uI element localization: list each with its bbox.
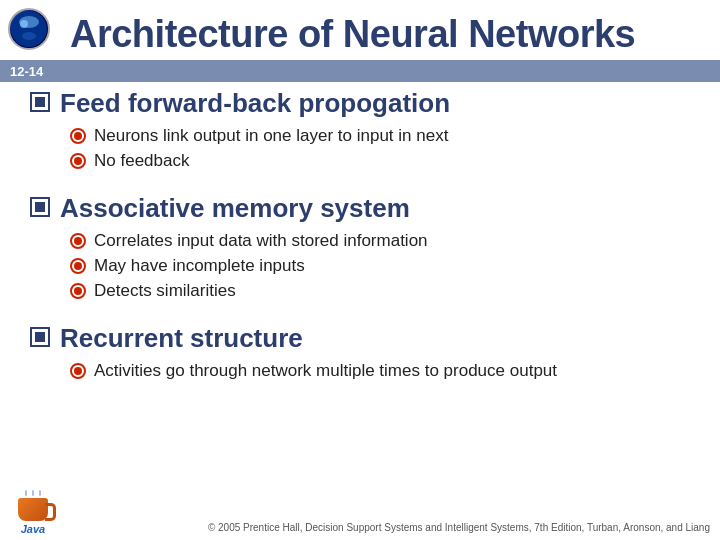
slide-number-bar: 12-14 (0, 60, 720, 82)
sub-item-text: Detects similarities (94, 280, 236, 302)
java-logo: Java (8, 490, 58, 535)
steam-line (39, 490, 41, 496)
sub-bullet-icon (70, 233, 86, 249)
steam-line (25, 490, 27, 496)
list-item: Activities go through network multiple t… (70, 360, 700, 382)
section-content-1: Feed forward-back propogation Neurons li… (60, 88, 700, 175)
sub-list-1: Neurons link output in one layer to inpu… (70, 125, 700, 172)
footer-text: © 2005 Prentice Hall, Decision Support S… (208, 522, 710, 533)
list-item: Detects similarities (70, 280, 700, 302)
list-item: No feedback (70, 150, 700, 172)
sub-bullet-icon (70, 258, 86, 274)
java-label: Java (21, 523, 45, 535)
section-bullet-1 (30, 92, 50, 112)
sub-item-text: May have incomplete inputs (94, 255, 305, 277)
section-heading-1: Feed forward-back propogation (60, 88, 700, 119)
section-content-3: Recurrent structure Activities go throug… (60, 323, 700, 385)
sub-item-text: Correlates input data with stored inform… (94, 230, 428, 252)
list-item: Correlates input data with stored inform… (70, 230, 700, 252)
sub-item-text: Neurons link output in one layer to inpu… (94, 125, 448, 147)
sub-item-text: No feedback (94, 150, 189, 172)
logo (8, 8, 53, 53)
sub-item-text: Activities go through network multiple t… (94, 360, 557, 382)
list-item: Neurons link output in one layer to inpu… (70, 125, 700, 147)
title-bar: Architecture of Neural Networks (60, 5, 720, 64)
logo-circle (8, 8, 50, 50)
svg-point-2 (22, 32, 36, 40)
sub-bullet-icon (70, 283, 86, 299)
list-item: May have incomplete inputs (70, 255, 700, 277)
java-cup (18, 498, 48, 521)
java-steam (23, 490, 43, 496)
section-recurrent: Recurrent structure Activities go throug… (30, 323, 700, 385)
section-heading-3: Recurrent structure (60, 323, 700, 354)
sub-bullet-icon (70, 363, 86, 379)
page-title: Architecture of Neural Networks (70, 13, 635, 55)
svg-point-3 (20, 20, 28, 28)
sub-bullet-icon (70, 153, 86, 169)
section-feed-forward: Feed forward-back propogation Neurons li… (30, 88, 700, 175)
section-bullet-2 (30, 197, 50, 217)
sub-list-3: Activities go through network multiple t… (70, 360, 700, 382)
section-heading-2: Associative memory system (60, 193, 700, 224)
main-content: Feed forward-back propogation Neurons li… (30, 88, 700, 490)
section-content-2: Associative memory system Correlates inp… (60, 193, 700, 305)
sub-list-2: Correlates input data with stored inform… (70, 230, 700, 302)
section-associative: Associative memory system Correlates inp… (30, 193, 700, 305)
sub-bullet-icon (70, 128, 86, 144)
slide-number: 12-14 (10, 64, 43, 79)
section-bullet-3 (30, 327, 50, 347)
footer: © 2005 Prentice Hall, Decision Support S… (60, 521, 710, 535)
steam-line (32, 490, 34, 496)
